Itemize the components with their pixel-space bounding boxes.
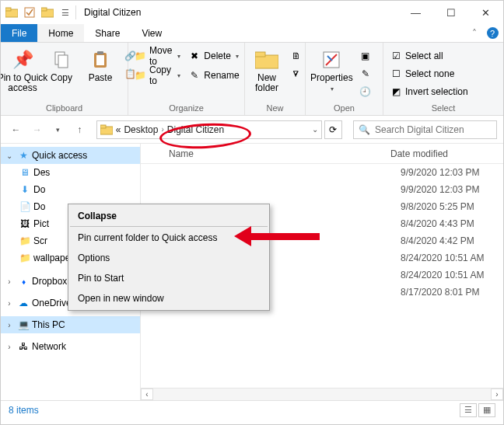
breadcrumb-current[interactable]: Digital Citizen — [167, 124, 224, 135]
window-title: Digital Citizen — [84, 7, 141, 18]
scroll-left-button[interactable]: ‹ — [141, 388, 153, 400]
ctx-open-new-window[interactable]: Open in new window — [70, 288, 268, 308]
delete-button[interactable]: ✖Delete▾ — [187, 47, 240, 64]
history-button[interactable]: 🕘 — [358, 83, 373, 100]
edit-button[interactable]: ✎ — [358, 65, 373, 82]
ribbon-tabs: File Home Share View ˄ ? — [1, 24, 503, 43]
tab-view[interactable]: View — [131, 24, 173, 42]
paste-icon — [88, 47, 113, 72]
recent-dropdown[interactable]: ▾ — [49, 120, 67, 139]
context-menu: Collapse Pin current folder to Quick acc… — [68, 204, 270, 311]
ctx-pin-quick-access[interactable]: Pin current folder to Quick access — [70, 228, 268, 248]
easy-access-button[interactable]: ⛛ — [289, 65, 304, 82]
column-name[interactable]: Name — [169, 148, 390, 159]
ctx-collapse[interactable]: Collapse — [70, 206, 268, 227]
copy-to-button[interactable]: 📁Copy to▾ — [133, 67, 182, 84]
separator — [75, 5, 76, 19]
rename-button[interactable]: ✎Rename — [187, 67, 240, 84]
downloads-icon: ⬇ — [18, 183, 32, 196]
ctx-options[interactable]: Options — [70, 248, 268, 268]
chevron-right-icon[interactable]: › — [4, 299, 15, 308]
network-icon: 🖧 — [16, 340, 30, 353]
up-button[interactable]: ↑ — [71, 120, 89, 139]
refresh-button[interactable]: ⟳ — [324, 120, 342, 139]
open-button[interactable]: ▣ — [358, 47, 373, 64]
select-none-button[interactable]: ☐Select none — [388, 65, 470, 82]
dropbox-icon: ⬧ — [16, 275, 30, 287]
folder-icon: 📁 — [18, 252, 32, 264]
tree-this-pc[interactable]: ›💻This PC — [1, 316, 140, 333]
forward-button[interactable]: → — [28, 120, 46, 139]
breadcrumb-desktop[interactable]: Desktop — [124, 124, 158, 135]
tree-network[interactable]: ›🖧Network — [1, 338, 140, 355]
chevron-right-icon[interactable]: › — [161, 125, 163, 134]
column-headers[interactable]: Name Date modified — [141, 144, 503, 164]
status-bar: 8 items ☰ ▦ — [1, 400, 503, 419]
help-button[interactable]: ? — [481, 24, 503, 42]
move-to-button[interactable]: 📁Move to▾ — [133, 47, 182, 64]
new-item-icon: 🗎 — [290, 50, 303, 62]
tab-share[interactable]: Share — [84, 24, 131, 42]
easy-access-icon: ⛛ — [290, 68, 303, 80]
group-label: New — [245, 103, 305, 115]
back-button[interactable]: ← — [7, 120, 25, 139]
chevron-right-icon[interactable]: › — [4, 277, 15, 286]
history-icon: 🕘 — [359, 85, 372, 98]
new-folder-button[interactable]: New folder — [250, 46, 284, 93]
new-folder-icon — [254, 47, 279, 72]
search-box[interactable]: 🔍 — [353, 120, 497, 139]
qat-overflow[interactable]: ☰ — [61, 8, 69, 18]
scroll-right-button[interactable]: › — [491, 388, 503, 400]
qat-dropdown-icon[interactable] — [41, 7, 54, 18]
address-dropdown-icon[interactable]: ⌄ — [312, 125, 318, 134]
list-item[interactable]: 9/9/2020 12:03 PM — [141, 164, 503, 181]
copy-button[interactable]: Copy — [44, 46, 79, 83]
horizontal-scrollbar[interactable]: ‹ › — [141, 388, 503, 400]
properties-button[interactable]: Properties▾ — [310, 46, 353, 94]
ctx-pin-start[interactable]: Pin to Start — [70, 268, 268, 288]
column-date[interactable]: Date modified — [390, 148, 448, 159]
svg-rect-11 — [255, 52, 265, 57]
minimize-ribbon-icon[interactable]: ˄ — [472, 24, 477, 42]
open-icon: ▣ — [359, 50, 372, 62]
search-input[interactable] — [375, 124, 492, 135]
group-label: Organize — [128, 103, 244, 115]
ribbon: 📌Pin to Quick access Copy Paste 🔗 📋 Clip… — [1, 43, 503, 116]
star-icon: ★ — [16, 149, 30, 162]
new-item-button[interactable]: 🗎 — [289, 47, 304, 64]
copyto-icon: 📁 — [135, 69, 146, 82]
details-view-button[interactable]: ☰ — [460, 403, 477, 417]
group-label: Open — [306, 103, 383, 115]
breadcrumb-overflow[interactable]: « — [116, 124, 121, 135]
close-button[interactable]: ✕ — [468, 1, 503, 24]
chevron-right-icon[interactable]: › — [4, 343, 15, 351]
svg-rect-1 — [5, 8, 11, 11]
tab-file[interactable]: File — [1, 24, 37, 42]
chevron-down-icon[interactable]: ⌄ — [4, 152, 15, 160]
paste-button[interactable]: Paste — [83, 46, 117, 83]
tab-home[interactable]: Home — [37, 24, 84, 42]
svg-rect-10 — [255, 55, 278, 68]
item-count: 8 items — [9, 405, 39, 416]
chevron-right-icon[interactable]: › — [4, 321, 15, 329]
svg-rect-8 — [96, 55, 104, 65]
pin-to-quick-access-button[interactable]: 📌Pin to Quick access — [5, 46, 40, 93]
delete-icon: ✖ — [188, 50, 201, 62]
thumbnails-view-button[interactable]: ▦ — [478, 403, 495, 417]
minimize-button[interactable]: — — [398, 1, 433, 24]
pc-icon: 💻 — [16, 319, 30, 331]
tree-downloads[interactable]: ⬇Do — [1, 181, 140, 198]
folder-icon: 📁 — [18, 235, 32, 247]
copy-icon — [49, 47, 74, 72]
rename-icon: ✎ — [188, 69, 201, 82]
select-all-button[interactable]: ☑Select all — [388, 47, 470, 64]
list-item[interactable]: 9/9/2020 12:03 PM — [141, 181, 503, 198]
svg-rect-4 — [41, 8, 47, 11]
qat-checkbox-icon[interactable] — [24, 7, 35, 18]
address-bar[interactable]: « Desktop › Digital Citizen ⌄ — [96, 120, 322, 139]
tree-quick-access[interactable]: ⌄★Quick access — [1, 147, 140, 164]
documents-icon: 📄 — [18, 200, 32, 213]
tree-desktop[interactable]: 🖥Des — [1, 164, 140, 181]
invert-selection-button[interactable]: ◩Invert selection — [388, 83, 470, 100]
maximize-button[interactable]: ☐ — [433, 1, 468, 24]
